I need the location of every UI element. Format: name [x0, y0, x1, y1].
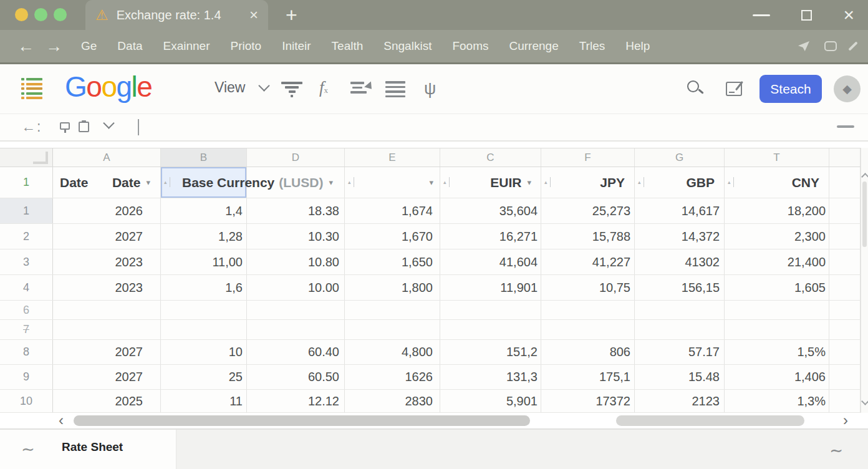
header-cell-date[interactable]: DateDate▾: [53, 167, 161, 198]
header-cell-base-currency[interactable]: ▴Base Currency(LUSD)▾: [161, 167, 247, 198]
cell-F6[interactable]: [541, 301, 635, 319]
cell-A9[interactable]: 2027: [53, 365, 161, 389]
cell-E10[interactable]: 2830: [345, 390, 440, 412]
view-menu[interactable]: View: [215, 79, 268, 96]
filter-icon[interactable]: [281, 82, 303, 100]
row-number-10[interactable]: 10: [0, 390, 53, 412]
send-icon[interactable]: [798, 41, 809, 51]
search-icon[interactable]: [687, 80, 705, 98]
cell-T4[interactable]: 1,605: [725, 275, 829, 300]
column-header-A[interactable]: A: [53, 148, 161, 167]
cell-D7[interactable]: [247, 320, 345, 339]
scroll-up-icon[interactable]: [861, 173, 868, 181]
row-number-2[interactable]: 2: [0, 224, 53, 249]
cell-F9[interactable]: 175,1: [541, 365, 635, 389]
function-icon[interactable]: fx: [319, 78, 328, 97]
row-number-4[interactable]: 4: [0, 275, 53, 300]
dropdown-icon[interactable]: ▾: [146, 178, 150, 187]
row-number-1[interactable]: 1: [0, 167, 53, 198]
header-cell-e-blank[interactable]: ▴▾: [345, 167, 440, 198]
row-number-3[interactable]: 3: [0, 249, 53, 274]
steach-button[interactable]: Steach: [760, 75, 822, 103]
cell-F10[interactable]: 17372: [541, 390, 635, 412]
select-all-corner[interactable]: [0, 148, 53, 167]
menu-item-tealth[interactable]: Tealth: [332, 39, 364, 53]
maximize-button[interactable]: [801, 10, 812, 21]
browser-tab[interactable]: ⚠ Exchange rate: 1.4 ×: [85, 0, 268, 30]
window-frame-icon[interactable]: [824, 41, 837, 51]
dropdown-icon[interactable]: ▾: [527, 178, 531, 187]
cell-F1[interactable]: 25,273: [541, 198, 635, 223]
tilde-icon[interactable]: ∼: [21, 440, 35, 459]
cell-T7[interactable]: [725, 320, 829, 339]
row-number-8[interactable]: 8: [0, 340, 53, 364]
menu-item-initeir[interactable]: Initeir: [282, 39, 311, 53]
cell-C9[interactable]: 131,3: [440, 365, 541, 389]
back-icon[interactable]: ←: [17, 38, 34, 55]
calendar-edit-icon[interactable]: [726, 82, 742, 96]
row-number-6[interactable]: 6: [0, 301, 53, 319]
cell-A10[interactable]: 2025: [53, 390, 161, 412]
sheet-tab[interactable]: ∼ Rate Sheet: [0, 430, 176, 469]
menu-item-sngalkist[interactable]: Sngalkist: [383, 39, 432, 53]
tab-close-icon[interactable]: ×: [249, 7, 258, 22]
scroll-down-icon[interactable]: [861, 397, 868, 405]
cell-E8[interactable]: 4,800: [345, 340, 440, 364]
column-header-D[interactable]: D: [247, 148, 345, 167]
header-cell-jpy[interactable]: ▴JPY: [541, 167, 635, 198]
sort-icon[interactable]: [350, 82, 375, 96]
cell-B7[interactable]: [161, 320, 247, 339]
cell-E1[interactable]: 1,674: [345, 198, 440, 223]
cell-E7[interactable]: [345, 320, 440, 339]
cell-G10[interactable]: 2123: [635, 390, 725, 412]
row-number-9[interactable]: 9: [0, 365, 53, 389]
cell-T10[interactable]: 1,3%: [725, 390, 829, 412]
align-lines-icon[interactable]: [385, 81, 405, 100]
cell-E2[interactable]: 1,670: [345, 224, 440, 249]
vertical-scrollbar[interactable]: [861, 148, 868, 413]
horizontal-scrollbar[interactable]: ‹ ›: [0, 413, 868, 429]
cell-T8[interactable]: 1,5%: [725, 340, 829, 364]
dropdown-icon[interactable]: ▾: [429, 178, 433, 187]
minimize-button[interactable]: [753, 14, 770, 16]
cell-E4[interactable]: 1,800: [345, 275, 440, 300]
pen-icon[interactable]: [848, 41, 858, 51]
cell-G1[interactable]: 14,617: [635, 198, 725, 223]
horizontal-scroll-thumb-1[interactable]: [74, 415, 530, 426]
cell-F7[interactable]: [541, 320, 635, 339]
cell-G2[interactable]: 14,372: [635, 224, 725, 249]
cell-C6[interactable]: [440, 301, 541, 319]
cell-B3[interactable]: 11,00: [161, 249, 247, 274]
vertical-scroll-thumb[interactable]: [862, 181, 867, 247]
cell-E3[interactable]: 1,650: [345, 249, 440, 274]
menu-item-exainner[interactable]: Exainner: [163, 39, 210, 53]
cell-T9[interactable]: 1,406: [725, 365, 829, 389]
cell-B6[interactable]: [161, 301, 247, 319]
cell-A6[interactable]: [53, 301, 161, 319]
column-header-C[interactable]: C: [440, 148, 541, 167]
avatar[interactable]: ◆: [834, 75, 861, 102]
merge-branch-icon[interactable]: ψ: [424, 79, 436, 99]
cell-T1[interactable]: 18,200: [725, 198, 829, 223]
cell-D3[interactable]: 10.80: [247, 249, 345, 274]
cell-F4[interactable]: 10,75: [541, 275, 635, 300]
menu-item-trles[interactable]: Trles: [579, 39, 605, 53]
column-header-F[interactable]: F: [541, 148, 635, 167]
cell-G7[interactable]: [635, 320, 725, 339]
cell-B2[interactable]: 1,28: [161, 224, 247, 249]
cell-C8[interactable]: 151,2: [440, 340, 541, 364]
menu-item-fooms[interactable]: Fooms: [452, 39, 488, 53]
cell-F8[interactable]: 806: [541, 340, 635, 364]
new-tab-button[interactable]: +: [286, 4, 297, 26]
cell-D10[interactable]: 12.12: [247, 390, 345, 412]
header-cell-euir[interactable]: ▴EUIR▾: [440, 167, 541, 198]
collapse-bar-icon[interactable]: [837, 125, 854, 128]
cell-D4[interactable]: 10.00: [247, 275, 345, 300]
cell-T2[interactable]: 2,300: [725, 224, 829, 249]
column-header-G[interactable]: G: [635, 148, 725, 167]
cell-F2[interactable]: 15,788: [541, 224, 635, 249]
cell-D6[interactable]: [247, 301, 345, 319]
chevron-down-icon[interactable]: [103, 117, 114, 128]
cell-A8[interactable]: 2027: [53, 340, 161, 364]
cell-D8[interactable]: 60.40: [247, 340, 345, 364]
